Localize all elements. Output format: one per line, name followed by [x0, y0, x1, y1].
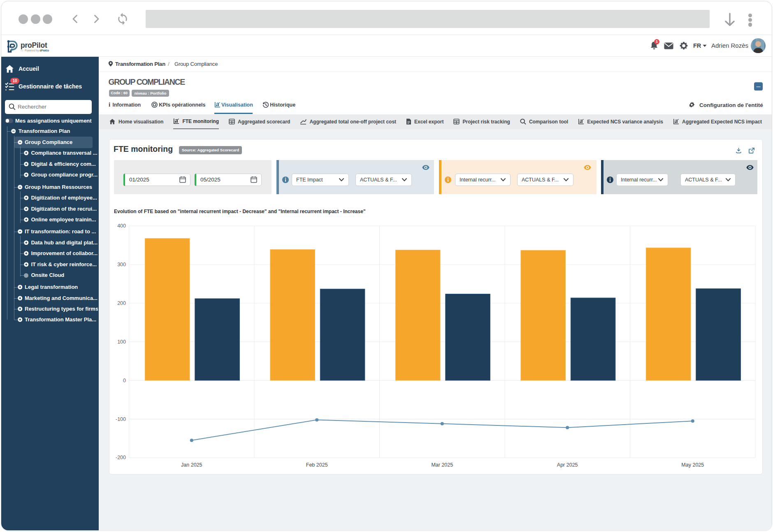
svg-text:May 2025: May 2025	[681, 462, 704, 468]
svg-text:Jan 2025: Jan 2025	[181, 462, 202, 468]
svg-text:Mar 2025: Mar 2025	[431, 462, 453, 468]
svg-text:-100: -100	[116, 416, 126, 422]
svg-text:0: 0	[123, 378, 126, 383]
svg-text:300: 300	[117, 262, 126, 267]
svg-text:Apr 2025: Apr 2025	[557, 462, 578, 468]
svg-text:Feb 2025: Feb 2025	[306, 462, 328, 468]
svg-text:-200: -200	[116, 455, 126, 460]
svg-text:100: 100	[117, 339, 126, 345]
svg-text:400: 400	[117, 223, 126, 229]
svg-text:200: 200	[117, 300, 126, 306]
